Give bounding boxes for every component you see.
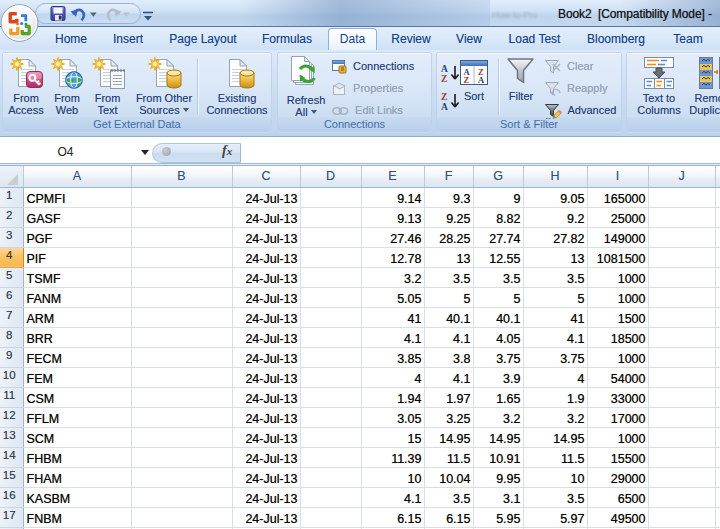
svg-text:Z: Z <box>441 92 447 102</box>
svg-text:A: A <box>441 102 448 112</box>
svg-text:Z: Z <box>464 75 470 85</box>
svg-text:A: A <box>478 75 485 85</box>
svg-text:Z: Z <box>441 74 447 84</box>
svg-text:A: A <box>441 64 448 74</box>
